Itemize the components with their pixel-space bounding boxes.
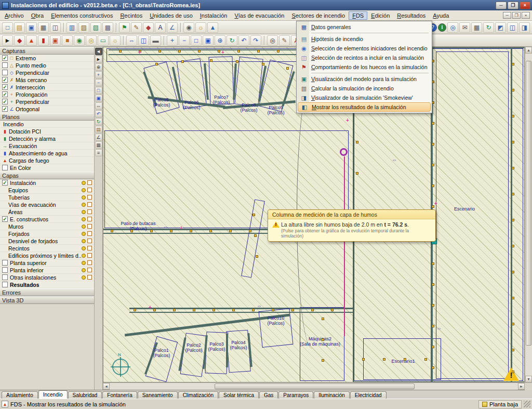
row-muros[interactable]: Muros [0, 223, 94, 230]
info-icon[interactable]: i [438, 23, 446, 32]
device-marker[interactable] [134, 309, 136, 311]
layers-small-icon[interactable]: ▤ [95, 126, 102, 133]
device-marker[interactable] [254, 234, 257, 237]
scroll-down-button[interactable]: ▼ [525, 376, 532, 382]
menu-fds[interactable]: FDS [349, 11, 367, 20]
vertical-scroll-thumb[interactable] [526, 61, 531, 346]
layer-color-dot[interactable] [82, 232, 86, 236]
mdi-close-button[interactable]: × [522, 12, 530, 19]
layer-color-dot[interactable] [82, 275, 86, 280]
extinguisher-icon[interactable]: ▮ [38, 35, 49, 46]
device-marker[interactable] [322, 338, 324, 341]
layer-color-dot[interactable] [82, 188, 86, 192]
layer-print-icon[interactable] [87, 202, 92, 207]
pointer-icon[interactable]: ► [95, 56, 102, 63]
section-header-capas[interactable]: Capas [0, 171, 94, 179]
tab-gas[interactable]: Gas [259, 391, 278, 399]
checkbox-otras-instalaciones[interactable] [2, 274, 8, 280]
zoom-extents-icon[interactable]: ▣ [95, 95, 102, 102]
device-marker[interactable] [212, 309, 215, 311]
zoom-in-icon[interactable]: + [95, 71, 102, 78]
device-marker[interactable] [356, 172, 358, 175]
tab-salubridad[interactable]: Salubridad [68, 391, 102, 399]
checkbox-prolongación[interactable]: ✓ [2, 91, 8, 97]
device-marker[interactable] [512, 371, 514, 373]
device-marker[interactable] [512, 297, 514, 299]
tab-incendio[interactable]: Incendio [38, 390, 68, 399]
device-marker[interactable] [432, 184, 434, 187]
row-detección-y-alarma[interactable]: ▮Detección y alarma [0, 135, 94, 142]
menu-edición[interactable]: Edición [367, 11, 393, 20]
device-marker[interactable] [322, 359, 324, 362]
device-marker[interactable] [218, 50, 220, 52]
device-marker[interactable] [286, 67, 289, 70]
row-equipos[interactable]: Equipos [0, 187, 94, 194]
layer-print-icon[interactable] [87, 217, 92, 221]
device-marker[interactable] [432, 325, 434, 327]
siren-icon[interactable]: ◎ [86, 35, 97, 46]
checkbox-perpendicular[interactable]: ✓ [2, 99, 8, 104]
device-marker[interactable] [512, 63, 514, 65]
zoom-out-icon[interactable]: − [179, 35, 190, 46]
device-marker[interactable] [198, 50, 201, 52]
emergency-light-icon[interactable]: ☼ [110, 35, 121, 46]
vertical-scrollbar[interactable]: ▲ ▼ [525, 47, 532, 382]
menu-elementos-constructivos[interactable]: Elementos constructivos [47, 11, 116, 20]
tab-climatización[interactable]: Climatización [178, 391, 218, 399]
checkbox-en-color[interactable] [2, 165, 8, 170]
row-punto-medio[interactable]: △Punto medio [0, 62, 94, 69]
resize-grip-icon[interactable] [524, 401, 530, 407]
tab-iluminación[interactable]: Iluminación [314, 391, 350, 399]
checkbox-ortogonal[interactable]: ✓ [2, 106, 8, 112]
layer-color-dot[interactable] [82, 217, 86, 221]
device-marker[interactable] [252, 214, 255, 216]
device-marker[interactable] [512, 245, 514, 247]
device-marker[interactable] [178, 50, 181, 52]
scroll-right-button[interactable]: ► [518, 383, 525, 390]
layer-print-icon[interactable] [87, 260, 92, 265]
row-recintos[interactable]: Recintos [0, 245, 94, 252]
minimize-button[interactable]: ─ [496, 2, 507, 9]
menu-sectores-de-incendio[interactable]: Sectores de incendio [288, 11, 349, 20]
device-marker[interactable] [153, 309, 156, 311]
wall-icon[interactable]: ▬ [150, 35, 161, 46]
text-icon[interactable]: A [155, 22, 166, 33]
zoom-in-icon[interactable]: + [167, 35, 178, 46]
checkbox-resultados[interactable] [2, 282, 8, 287]
menu-unidades-de-uso[interactable]: Unidades de uso [146, 11, 196, 20]
layer-color-dot[interactable] [82, 254, 86, 258]
camera-icon[interactable]: ◉ [183, 22, 194, 33]
row-e-constructivos[interactable]: ✓E. constructivos [0, 216, 94, 223]
row-desnivel-de-forjados[interactable]: Desnivel de forjados [0, 238, 94, 245]
checkbox-e-constructivos[interactable]: ✓ [2, 216, 8, 222]
device-marker[interactable] [383, 358, 385, 361]
layer-print-icon[interactable] [87, 231, 92, 236]
row-evacuación[interactable]: →Evacuación [0, 142, 94, 150]
checkbox-instalación[interactable]: ✓ [2, 180, 8, 186]
device-marker[interactable] [272, 309, 274, 311]
checkbox-extremo[interactable]: ✓ [2, 55, 8, 61]
tab-saneamiento[interactable]: Saneamiento [138, 391, 178, 399]
collapse-panel-icon[interactable]: ◄ [95, 48, 102, 55]
device-marker[interactable] [155, 63, 158, 65]
device-marker[interactable] [424, 358, 427, 361]
tab-fontanería[interactable]: Fontanería [102, 391, 137, 399]
scroll-left-button[interactable]: ◄ [103, 383, 110, 390]
layer-print-icon[interactable] [87, 239, 92, 243]
device-marker[interactable] [512, 219, 514, 221]
layer-color-dot[interactable] [82, 261, 86, 265]
device-marker[interactable] [291, 309, 294, 311]
detector-icon[interactable]: ◉ [74, 35, 85, 46]
menu-instalación[interactable]: Instalación [196, 11, 231, 20]
row-edificios-próximos-y-límites-d[interactable]: Edificios próximos y límites d... [0, 252, 94, 259]
layer-color-dot[interactable] [82, 181, 86, 185]
layers-icon[interactable]: ▧ [90, 22, 101, 33]
layer-print-icon[interactable] [87, 246, 92, 250]
zoom-extents-icon[interactable]: ▣ [203, 35, 214, 46]
section-header-errores[interactable]: Errores [0, 288, 94, 296]
layer-print-icon[interactable] [87, 180, 92, 185]
print-icon[interactable]: ▦ [38, 22, 49, 33]
zoom-window-icon[interactable]: □ [191, 35, 202, 46]
fds-menu-item-visualizador-de-la-simulación-[interactable]: ◨Visualizador de la simulación 'Smokevie… [298, 93, 431, 102]
layer-color-dot[interactable] [82, 203, 86, 207]
